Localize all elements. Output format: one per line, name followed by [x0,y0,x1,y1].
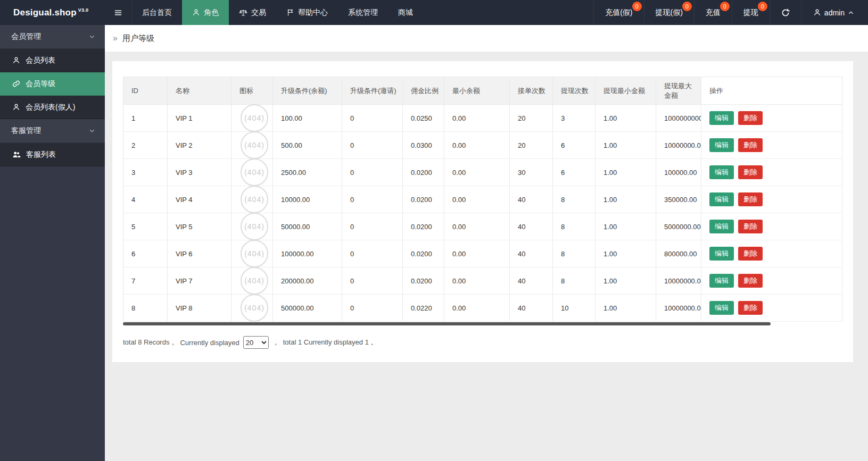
cell-orders: 40 [510,295,553,322]
column-header: 操作 [701,77,842,105]
cell-orders: 30 [510,159,553,186]
table-row: 4VIP 4(404)10000.0000.02000.004081.00350… [123,186,842,213]
cell-withdraw-times: 6 [553,159,596,186]
delete-button[interactable]: 删除 [738,192,763,207]
cell-withdraw-max: 10000000.00 [656,132,701,159]
horizontal-scrollbar[interactable] [123,322,771,325]
delete-button[interactable]: 删除 [738,165,763,180]
cell-min-balance: 0.00 [444,159,510,186]
table-row: 7VIP 7(404)200000.0000.02000.004081.0010… [123,267,842,295]
user-icon [813,9,821,16]
cell-orders: 40 [510,267,553,295]
refresh-button[interactable] [770,0,801,25]
edit-button[interactable]: 编辑 [709,220,734,234]
cell-commission: 0.0220 [403,295,444,322]
sidebar-item-会员列表(假人)[interactable]: 会员列表(假人) [0,96,105,119]
table-row: 3VIP 3(404)2500.0000.02000.003061.001000… [123,159,842,186]
cell-min-balance: 0.00 [444,132,510,159]
sidebar-group-label: 会员管理 [11,32,41,41]
table-row: 6VIP 6(404)100000.0000.02000.004081.0080… [123,240,842,267]
cell-min-balance: 0.00 [444,105,510,132]
sidebar-item-会员等级[interactable]: 会员等级 [0,72,105,96]
cell-withdraw-max: 350000.00 [656,186,701,213]
cell-withdraw-times: 3 [553,105,596,132]
topbar-right-item[interactable]: 提现(假)0 [644,0,694,25]
topbar-menu-label: 帮助中心 [298,8,328,18]
admin-menu-button[interactable]: admin [801,0,868,25]
cell-orders: 40 [510,186,553,213]
topbar-right-item[interactable]: 充值(假)0 [593,0,643,25]
cell-id: 1 [123,105,168,132]
sidebar-item-客服列表[interactable]: 客服列表 [0,143,105,166]
sidebar-item-label: 会员列表 [26,56,55,65]
column-header: 升级条件(余额) [273,77,342,105]
delete-button[interactable]: 删除 [738,111,763,125]
cell-id: 7 [123,267,168,295]
edit-button[interactable]: 编辑 [709,301,734,315]
cell-upgrade-balance: 100.00 [273,105,342,132]
cell-actions: 编辑删除 [701,186,842,213]
page-size-select[interactable]: 20 [243,336,269,349]
column-header: 接单次数 [510,77,553,105]
cell-name: VIP 2 [168,132,232,159]
broken-image-placeholder-icon: (404) [241,131,268,159]
topbar-menu-item[interactable]: 系统管理 [338,0,388,25]
topbar-right-item[interactable]: 提现0 [732,0,770,25]
page-info-text: total 1 Currently displayed 1 。 [283,338,378,347]
cell-withdraw-max: 800000.00 [656,240,701,267]
cell-actions: 编辑删除 [701,213,842,240]
table-card: ID名称图标升级条件(余额)升级条件(邀请)佣金比例最小余额接单次数提现次数提现… [112,61,853,362]
cell-id: 5 [123,213,168,240]
edit-button[interactable]: 编辑 [709,138,734,153]
broken-image-placeholder-icon: (404) [241,267,268,295]
cell-name: VIP 6 [168,240,232,267]
brand-version: V3.0 [78,7,88,13]
delete-button[interactable]: 删除 [738,138,763,153]
delete-button[interactable]: 删除 [738,247,763,261]
cell-upgrade-balance: 50000.00 [273,213,342,240]
topbar-right-item[interactable]: 充值0 [694,0,732,25]
cell-withdraw-times: 8 [553,240,596,267]
cell-icon: (404) [232,132,273,159]
sidebar-group-label: 客服管理 [11,126,41,136]
topbar-menu-label: 交易 [251,8,266,18]
sidebar-group-会员管理[interactable]: 会员管理 [0,25,105,49]
delete-button[interactable]: 删除 [738,301,763,315]
broken-image-placeholder-icon: (404) [241,186,268,213]
sidebar-group-客服管理[interactable]: 客服管理 [0,119,105,143]
cell-upgrade-balance: 500.00 [273,132,342,159]
edit-button[interactable]: 编辑 [709,111,734,125]
cell-icon: (404) [232,213,273,240]
delete-button[interactable]: 删除 [738,274,763,288]
topbar-menu-item[interactable]: 角色 [182,0,229,25]
topbar-menu-item[interactable]: 交易 [229,0,276,25]
cell-actions: 编辑删除 [701,159,842,186]
edit-button[interactable]: 编辑 [709,247,734,261]
cell-upgrade-invite: 0 [342,295,403,322]
cell-name: VIP 7 [168,267,232,295]
edit-button[interactable]: 编辑 [709,274,734,288]
delete-button[interactable]: 删除 [738,220,763,234]
topbar-menu-label: 系统管理 [348,8,378,18]
sidebar-item-label: 会员列表(假人) [26,103,75,112]
sidebar-item-会员列表[interactable]: 会员列表 [0,49,105,72]
cell-withdraw-times: 8 [553,267,596,295]
cell-upgrade-invite: 0 [342,267,403,295]
cell-commission: 0.0200 [403,186,444,213]
edit-button[interactable]: 编辑 [709,192,734,207]
edit-button[interactable]: 编辑 [709,165,734,180]
sidebar-item-label: 客服列表 [26,150,56,160]
cell-id: 2 [123,132,168,159]
topbar-menu-item[interactable]: 商城 [388,0,423,25]
cell-name: VIP 1 [168,105,232,132]
topbar-menu-item[interactable]: 帮助中心 [276,0,338,25]
topbar: Desigual.shop V3.0 后台首页角色交易帮助中心系统管理商城 充值… [0,0,868,25]
scale-icon [239,9,247,17]
cell-commission: 0.0200 [403,240,444,267]
cell-orders: 20 [510,132,553,159]
cell-icon: (404) [232,295,273,322]
cell-icon: (404) [232,267,273,295]
sidebar-toggle-button[interactable] [105,0,132,25]
cell-id: 8 [123,295,168,322]
topbar-menu-item[interactable]: 后台首页 [132,0,182,25]
